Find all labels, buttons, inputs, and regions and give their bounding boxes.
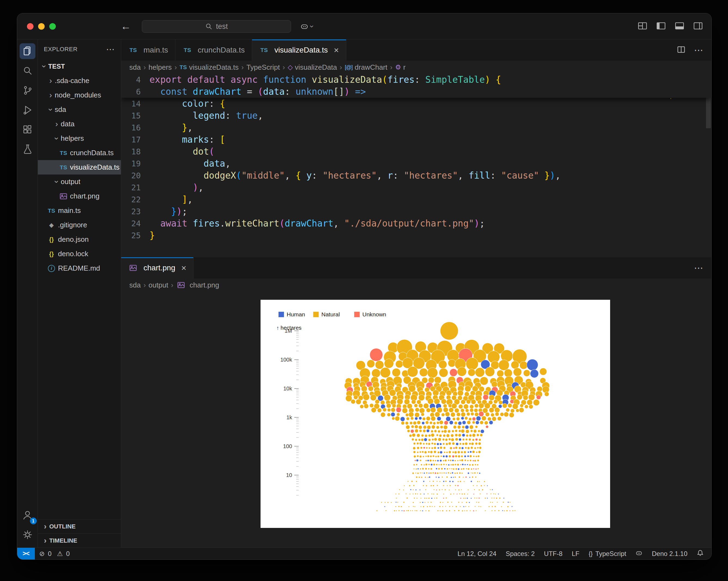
status-item-typescript[interactable]: {}TypeScript: [589, 550, 626, 558]
tree-item-output[interactable]: ›output: [38, 175, 121, 189]
legend-swatch: [354, 312, 360, 317]
tab-visualizedata-ts[interactable]: TSvisualizeData.ts×: [252, 39, 346, 61]
close-window-button[interactable]: [27, 23, 33, 30]
errors-count: 0: [48, 550, 51, 558]
tree-item-gitignore[interactable]: ◆.gitignore: [38, 218, 121, 232]
y-tick-label: 10: [286, 472, 292, 478]
tree-item-sda-cache[interactable]: ›.sda-cache: [38, 74, 121, 88]
breadcrumb-sda[interactable]: sda: [129, 281, 141, 289]
extensions-icon[interactable]: [20, 122, 35, 137]
tab-label: crunchData.ts: [198, 46, 245, 54]
more-actions-icon[interactable]: ⋯: [694, 45, 703, 56]
vscode-window: ← → test › 1 EXPLORER ⋯ ›TEST›.sda-cache…: [17, 13, 712, 560]
tree-item-visualizedata-ts[interactable]: TSvisualizeData.ts: [38, 160, 121, 175]
account-icon[interactable]: 1: [20, 507, 35, 523]
command-center-search[interactable]: test: [142, 20, 291, 33]
tree-item-readme-md[interactable]: iREADME.md: [38, 261, 121, 275]
status-item-spaces-2[interactable]: Spaces: 2: [505, 550, 535, 558]
explorer-icon[interactable]: [20, 43, 35, 59]
settings-icon[interactable]: [20, 527, 35, 543]
tree-item-helpers[interactable]: ›helpers: [38, 131, 121, 146]
info-file-icon: i: [47, 265, 56, 272]
tree-item-crunchdata-ts[interactable]: TScrunchData.ts: [38, 146, 121, 160]
customize-layout-icon[interactable]: [638, 21, 648, 32]
breadcrumb-sda[interactable]: sda: [129, 63, 141, 72]
explorer-tree: ›TEST›.sda-cache›node_modules›sda›data›h…: [38, 59, 121, 519]
tree-section-test[interactable]: ›TEST: [38, 59, 121, 74]
code-text: ],: [150, 193, 193, 206]
tree-item-deno-json[interactable]: {}deno.json: [38, 232, 121, 247]
ts-file-icon: TS: [259, 47, 269, 53]
y-tick-label: 100k: [280, 356, 292, 363]
remote-indicator[interactable]: ><: [17, 548, 35, 559]
breadcrumb-chart-png[interactable]: chart.png: [176, 281, 219, 289]
code-line: 16 },: [121, 122, 711, 134]
status-item-bell[interactable]: [697, 549, 704, 558]
breadcrumb-typescript[interactable]: TypeScript: [246, 63, 280, 72]
code-line: 22 ],: [121, 193, 711, 206]
json-file-icon: {}: [47, 250, 56, 258]
status-item-lf[interactable]: LF: [572, 550, 579, 558]
code-line: 25}: [121, 230, 711, 241]
copilot-menu[interactable]: ›: [300, 20, 313, 33]
tree-item-node-modules[interactable]: ›node_modules: [38, 88, 121, 102]
ts-file-icon: TS: [58, 164, 68, 171]
breadcrumb-visualizedata[interactable]: ◇visualizeData: [288, 63, 337, 72]
code-text: await fires.writeChart(drawChart, "./sda…: [150, 217, 485, 230]
y-tick-label: 1k: [286, 414, 292, 420]
toggle-secondary-sidebar-icon[interactable]: [693, 21, 703, 32]
more-actions-icon[interactable]: ⋯: [694, 262, 703, 273]
breadcrumb-r[interactable]: ⚙r: [395, 63, 406, 72]
tab-crunchdata-ts[interactable]: TScrunchData.ts: [175, 39, 252, 61]
back-button[interactable]: ←: [121, 20, 131, 32]
close-icon[interactable]: ×: [334, 45, 339, 55]
status-item-copilot[interactable]: [635, 549, 643, 558]
tab-chart-png[interactable]: chart.png×: [121, 257, 193, 279]
breadcrumb-separator: ›: [283, 63, 285, 72]
breadcrumb-visualizedata-ts[interactable]: TSvisualizeData.ts: [180, 63, 239, 72]
minimize-window-button[interactable]: [38, 23, 45, 30]
panel-outline[interactable]: ›OUTLINE: [38, 519, 121, 533]
code-line: 15 legend: true,: [121, 110, 711, 122]
status-item-deno-2-1-10[interactable]: Deno 2.1.10: [652, 550, 687, 558]
tree-item-data[interactable]: ›data: [38, 117, 121, 131]
sidebar-bottom-panels: ›OUTLINE›TIMELINE: [38, 519, 121, 548]
zoom-window-button[interactable]: [49, 23, 56, 30]
code-line: 14 color: {: [121, 98, 711, 110]
breadcrumb: sda›helpers›TSvisualizeData.ts›TypeScrip…: [121, 61, 711, 74]
tree-item-deno-lock[interactable]: {}deno.lock: [38, 247, 121, 261]
git-file-icon: ◆: [47, 221, 56, 229]
tree-item-chart-png[interactable]: chart.png: [38, 189, 121, 203]
split-editor-icon[interactable]: [677, 45, 686, 55]
breadcrumb-drawchart[interactable]: [@]drawChart: [345, 63, 387, 72]
source-control-icon[interactable]: [20, 82, 35, 98]
search-icon[interactable]: [20, 63, 35, 79]
breadcrumb-helpers[interactable]: helpers: [149, 63, 172, 72]
code-line: 17 marks: [: [121, 134, 711, 146]
status-item-utf-8[interactable]: UTF-8: [544, 550, 563, 558]
line-number: 23: [121, 206, 150, 217]
breadcrumb-separator: ›: [171, 281, 174, 289]
code-text: export default async function visualizeD…: [150, 74, 501, 86]
close-icon[interactable]: ×: [181, 263, 186, 273]
search-icon: [205, 23, 213, 30]
panel-timeline[interactable]: ›TIMELINE: [38, 533, 121, 548]
problems-status[interactable]: ⊘0 ⚠0: [35, 550, 70, 558]
tree-item-main-ts[interactable]: TSmain.ts: [38, 203, 121, 218]
testing-icon[interactable]: [20, 141, 35, 157]
line-number: 16: [121, 122, 150, 134]
line-number: 15: [121, 110, 150, 122]
more-actions-icon[interactable]: ⋯: [106, 44, 115, 54]
code-text: color: {: [150, 98, 225, 110]
warnings-count: 0: [66, 550, 70, 558]
code-text: const drawChart = (data: unknown[]) =>: [150, 86, 366, 98]
line-number: 19: [121, 158, 150, 169]
run-debug-icon[interactable]: [20, 102, 35, 118]
breadcrumb-output[interactable]: output: [149, 281, 168, 289]
tree-item-sda[interactable]: ›sda: [38, 102, 121, 117]
status-item-ln-12-col-24[interactable]: Ln 12, Col 24: [458, 550, 497, 558]
toggle-panel-icon[interactable]: [674, 21, 685, 32]
toggle-primary-sidebar-icon[interactable]: [656, 21, 666, 32]
code-editor[interactable]: 14 color: {15 legend: true,16 },17 marks…: [121, 74, 711, 257]
tab-main-ts[interactable]: TSmain.ts: [121, 39, 175, 61]
